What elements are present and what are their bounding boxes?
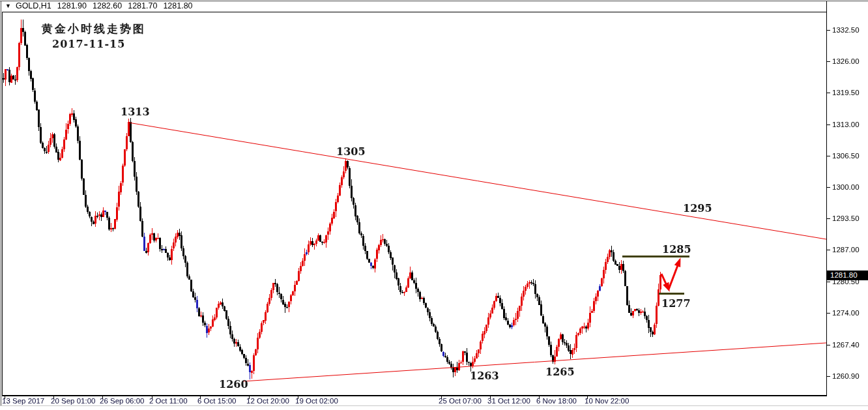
swing-price-label: 1305	[336, 145, 366, 158]
y-axis-label: 1267.40	[832, 341, 860, 349]
swing-price-label: 1260	[219, 378, 248, 390]
swing-price-label: 1277	[661, 297, 691, 310]
ohlc-high: 1282.60	[93, 1, 122, 10]
x-axis-label: 25 Oct 07:00	[439, 397, 482, 405]
y-axis-label: 1326.00	[832, 57, 860, 65]
ohlc-close: 1281.80	[163, 1, 192, 10]
chart-title-annotation: 黄金小时线走势图	[42, 22, 146, 37]
x-axis-label: 2 Oct 11:00	[149, 397, 188, 405]
y-axis-label: 1319.50	[832, 89, 860, 96]
y-axis-label: 1287.00	[832, 246, 860, 254]
x-axis-label: 6 Nov 18:00	[536, 397, 577, 405]
y-axis-label: 1306.50	[832, 152, 860, 160]
swing-price-label: 1263	[470, 370, 499, 382]
symbol-dropdown-icon[interactable]: ▼	[5, 3, 11, 9]
symbol-label: GOLD,H1	[16, 1, 51, 10]
x-axis-label: 26 Sep 06:00	[100, 397, 144, 405]
swing-price-label: 1285	[662, 243, 691, 256]
y-axis-label: 1293.50	[832, 214, 860, 222]
y-axis-label: 1313.00	[832, 121, 860, 128]
price-chart-canvas[interactable]	[0, 0, 868, 410]
chart-date-annotation: 2017-11-15	[52, 38, 125, 50]
x-axis-label: 31 Oct 12:00	[487, 397, 530, 405]
x-axis-label: 6 Oct 15:00	[197, 397, 236, 405]
x-axis-label: 19 Oct 02:00	[295, 397, 338, 405]
current-price-badge: 1281.80	[827, 271, 868, 280]
y-axis-label: 1300.00	[832, 183, 860, 191]
symbol-ohlc-bar: ▼ GOLD,H1 1281.90 1282.60 1281.70 1281.8…	[5, 1, 199, 10]
mt4-chart-window: ▼ GOLD,H1 1281.90 1282.60 1281.70 1281.8…	[0, 0, 868, 410]
swing-price-label: 1295	[683, 202, 712, 214]
x-axis-label: 20 Sep 01:00	[51, 397, 95, 405]
x-axis-label: 13 Sep 2017	[2, 397, 44, 405]
swing-price-label: 1313	[121, 106, 150, 118]
y-axis-label: 1274.00	[832, 309, 860, 317]
ohlc-open: 1281.90	[57, 1, 87, 10]
y-axis-label: 1260.90	[832, 372, 860, 380]
x-axis-label: 10 Nov 22:00	[585, 397, 629, 405]
x-axis-label: 12 Oct 20:00	[246, 397, 289, 405]
y-axis-label: 1332.50	[832, 26, 860, 34]
ohlc-low: 1281.70	[128, 1, 157, 10]
swing-price-label: 1265	[545, 366, 575, 378]
